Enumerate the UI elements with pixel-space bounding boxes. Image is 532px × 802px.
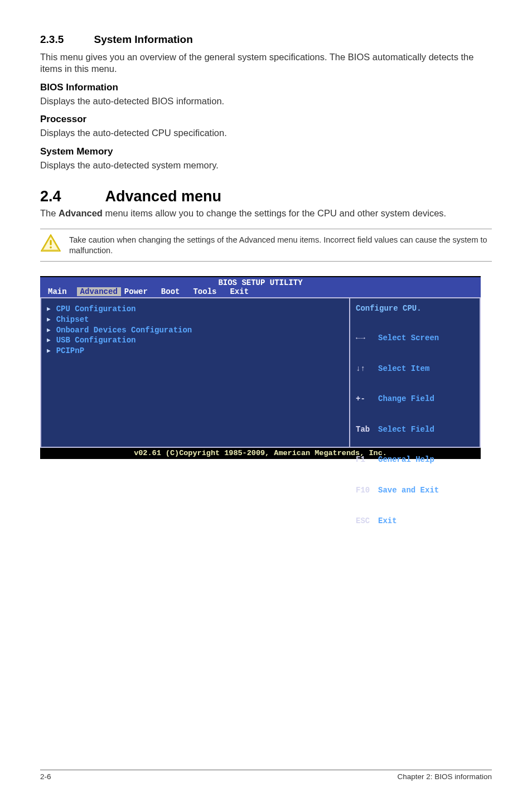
- paragraph: Displays the auto-detected system memory…: [40, 160, 492, 171]
- key: Tab: [356, 424, 378, 434]
- bios-menu-item[interactable]: ▶USB Configuration: [47, 335, 344, 346]
- bios-title: BIOS SETUP UTILITY: [40, 277, 481, 287]
- triangle-icon: ▶: [47, 326, 51, 335]
- bios-menu-label: USB Configuration: [56, 335, 136, 346]
- page-footer: 2-6 Chapter 2: BIOS information: [40, 770, 492, 781]
- subheading-processor: Processor: [40, 114, 492, 125]
- key-label: Select Screen: [378, 334, 439, 342]
- section-number: 2.3.5: [40, 33, 91, 46]
- text: menu items allow you to change the setti…: [103, 208, 446, 218]
- bios-tabs: Main Advanced Power Boot Tools Exit: [40, 287, 481, 297]
- bios-menu-label: PCIPnP: [56, 346, 84, 356]
- section-number: 2.4: [40, 188, 103, 205]
- svg-rect-0: [50, 240, 51, 245]
- key: ESC: [356, 516, 378, 526]
- triangle-icon: ▶: [47, 336, 51, 345]
- bios-help-text: Configure CPU.: [356, 304, 474, 313]
- paragraph: Displays the auto-detected CPU specifica…: [40, 127, 492, 139]
- subheading-bios-info: BIOS Information: [40, 82, 492, 93]
- key-label: Exit: [378, 516, 397, 525]
- key-label: Save and Exit: [378, 486, 439, 495]
- section-intro: This menu gives you an overview of the g…: [40, 51, 492, 75]
- bios-menu-item[interactable]: ▶PCIPnP: [47, 346, 344, 356]
- key-label: Change Field: [378, 394, 434, 403]
- section-title: System Information: [94, 33, 192, 45]
- bios-menu-label: Onboard Devices Configuration: [56, 325, 192, 336]
- bios-tab-exit[interactable]: Exit: [226, 287, 259, 296]
- caution-note: Take caution when changing the settings …: [40, 229, 492, 262]
- caution-icon: [40, 234, 64, 255]
- key: F10: [356, 485, 378, 495]
- key: +-: [356, 394, 378, 404]
- bios-left-pane: ▶CPU Configuration ▶Chipset ▶Onboard Dev…: [40, 297, 349, 448]
- bios-menu-label: Chipset: [56, 315, 89, 325]
- section-intro: The Advanced menu items allow you to cha…: [40, 207, 492, 219]
- caution-text: Take caution when changing the settings …: [64, 234, 492, 257]
- chapter-label: Chapter 2: BIOS information: [397, 772, 492, 781]
- section-title: Advanced menu: [105, 188, 221, 205]
- svg-point-1: [50, 246, 52, 248]
- triangle-icon: ▶: [47, 347, 51, 355]
- bios-tab-main[interactable]: Main: [45, 287, 77, 296]
- bios-menu-item[interactable]: ▶Chipset: [47, 315, 344, 325]
- bios-tab-tools[interactable]: Tools: [190, 287, 226, 296]
- bios-key-legend: ←→Select Screen ↓↑Select Item +-Change F…: [356, 313, 474, 546]
- triangle-icon: ▶: [47, 316, 51, 324]
- bios-right-pane: Configure CPU. ←→Select Screen ↓↑Select …: [349, 297, 481, 448]
- bios-menu-item[interactable]: ▶CPU Configuration: [47, 304, 344, 315]
- bios-tab-power[interactable]: Power: [121, 287, 158, 296]
- bios-tab-boot[interactable]: Boot: [158, 287, 190, 296]
- bios-menu-item[interactable]: ▶Onboard Devices Configuration: [47, 325, 344, 336]
- bios-screenshot: BIOS SETUP UTILITY Main Advanced Power B…: [40, 276, 481, 459]
- key: ↓↑: [356, 364, 378, 374]
- bios-menu-label: CPU Configuration: [56, 304, 136, 315]
- page-number: 2-6: [40, 772, 51, 781]
- text-bold: Advanced: [59, 208, 103, 218]
- key-label: Select Field: [378, 425, 434, 434]
- triangle-icon: ▶: [47, 305, 51, 313]
- key-label: Select Item: [378, 364, 429, 373]
- text: The: [40, 208, 59, 218]
- subheading-system-memory: System Memory: [40, 146, 492, 157]
- bios-tab-advanced[interactable]: Advanced: [77, 287, 121, 296]
- paragraph: Displays the auto-detected BIOS informat…: [40, 95, 492, 107]
- key: ←→: [356, 333, 378, 343]
